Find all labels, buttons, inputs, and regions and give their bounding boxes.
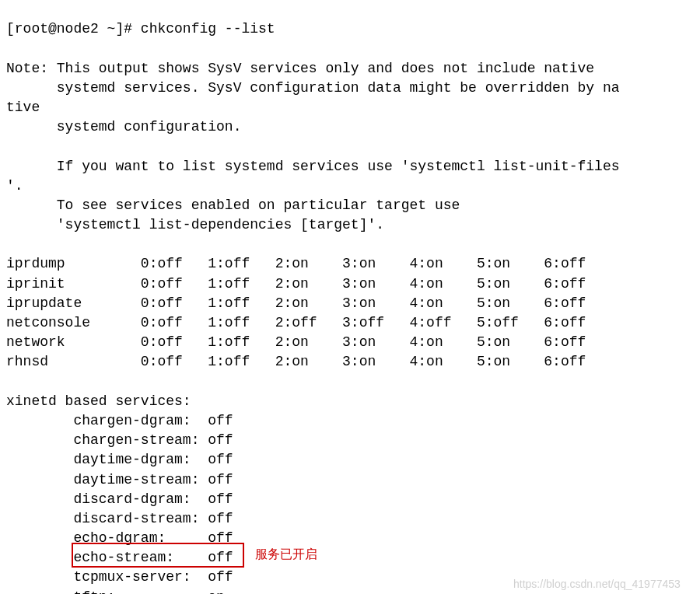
note-line: systemd configuration.	[6, 119, 241, 135]
shell-prompt: [root@node2 ~]#	[6, 21, 141, 37]
note-line: If you want to list systemd services use…	[6, 159, 620, 174]
service-row: iprupdate 0:off 1:off 2:on 3:on 4:on 5:o…	[6, 295, 586, 311]
watermark-text: https://blog.csdn.net/qq_41977453	[513, 577, 681, 592]
service-row: iprinit 0:off 1:off 2:on 3:on 4:on 5:on …	[6, 276, 586, 292]
note-line: To see services enabled on particular ta…	[6, 197, 460, 213]
xinetd-row: tcpmux-server: off	[6, 569, 233, 585]
command-text: chkconfig --list	[141, 21, 275, 37]
note-line: tive	[6, 100, 40, 115]
note-line: Note: This output shows SysV services on…	[6, 61, 594, 76]
service-row: network 0:off 1:off 2:on 3:on 4:on 5:on …	[6, 334, 586, 350]
annotation-label: 服务已开启	[255, 546, 317, 563]
highlight-box	[72, 543, 244, 568]
xinetd-row: discard-dgram: off	[6, 491, 233, 507]
terminal-window: [root@node2 ~]# chkconfig --list Note: T…	[0, 0, 700, 594]
xinetd-row: chargen-dgram: off	[6, 413, 233, 428]
xinetd-row: daytime-dgram: off	[6, 452, 233, 467]
note-line: 'systemctl list-dependencies [target]'.	[6, 217, 384, 232]
xinetd-row: daytime-stream: off	[6, 472, 233, 487]
xinetd-row-tftp: tftp: on	[6, 589, 225, 594]
service-row: netconsole 0:off 1:off 2:off 3:off 4:off…	[6, 315, 586, 330]
service-row: rhnsd 0:off 1:off 2:on 3:on 4:on 5:on 6:…	[6, 354, 586, 369]
note-line: systemd services. SysV configuration dat…	[6, 80, 620, 96]
service-row: iprdump 0:off 1:off 2:on 3:on 4:on 5:on …	[6, 256, 586, 271]
note-line: '.	[6, 178, 23, 194]
xinetd-row: chargen-stream: off	[6, 432, 233, 448]
xinetd-row: discard-stream: off	[6, 511, 233, 526]
xinetd-header: xinetd based services:	[6, 393, 191, 409]
